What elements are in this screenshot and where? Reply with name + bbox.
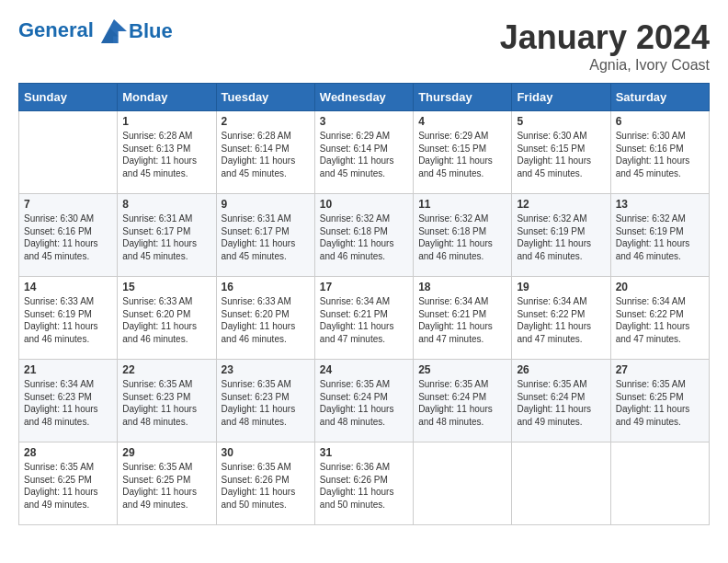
- day-info: Sunrise: 6:33 AMSunset: 6:20 PMDaylight:…: [222, 295, 310, 345]
- day-info: Sunrise: 6:34 AMSunset: 6:21 PMDaylight:…: [418, 295, 506, 345]
- calendar-cell: 26 Sunrise: 6:35 AMSunset: 6:24 PMDaylig…: [512, 360, 610, 442]
- day-number: 24: [320, 363, 408, 376]
- day-number: 20: [616, 281, 704, 293]
- calendar-cell: [610, 442, 709, 525]
- calendar-cell: 8 Sunrise: 6:31 AMSunset: 6:17 PMDayligh…: [118, 194, 216, 277]
- weekday-header-monday: Monday: [118, 84, 216, 111]
- day-info: Sunrise: 6:35 AMSunset: 6:25 PMDaylight:…: [616, 378, 704, 428]
- calendar-week-row: 14 Sunrise: 6:33 AMSunset: 6:19 PMDaylig…: [19, 277, 710, 360]
- day-info: Sunrise: 6:35 AMSunset: 6:23 PMDaylight:…: [122, 378, 210, 428]
- weekday-header-friday: Friday: [512, 84, 610, 111]
- day-number: 26: [517, 363, 605, 376]
- day-number: 7: [24, 198, 112, 211]
- day-info: Sunrise: 6:34 AMSunset: 6:21 PMDaylight:…: [320, 295, 408, 345]
- day-info: Sunrise: 6:35 AMSunset: 6:25 PMDaylight:…: [24, 461, 112, 511]
- logo-text-general: General: [18, 18, 94, 41]
- day-info: Sunrise: 6:35 AMSunset: 6:23 PMDaylight:…: [222, 378, 310, 428]
- day-number: 5: [517, 115, 605, 128]
- calendar-cell: 18 Sunrise: 6:34 AMSunset: 6:21 PMDaylig…: [414, 277, 512, 360]
- day-info: Sunrise: 6:31 AMSunset: 6:17 PMDaylight:…: [122, 213, 210, 262]
- day-number: 8: [122, 198, 210, 211]
- day-number: 30: [222, 446, 310, 459]
- day-info: Sunrise: 6:33 AMSunset: 6:20 PMDaylight:…: [122, 295, 210, 345]
- day-number: 31: [320, 446, 408, 459]
- weekday-header-sunday: Sunday: [19, 84, 118, 111]
- calendar-cell: 20 Sunrise: 6:34 AMSunset: 6:22 PMDaylig…: [610, 277, 709, 360]
- logo-icon: [101, 18, 127, 44]
- day-info: Sunrise: 6:35 AMSunset: 6:24 PMDaylight:…: [418, 378, 506, 428]
- calendar-week-row: 21 Sunrise: 6:34 AMSunset: 6:23 PMDaylig…: [19, 360, 710, 442]
- calendar-cell: 23 Sunrise: 6:35 AMSunset: 6:23 PMDaylig…: [216, 360, 314, 442]
- weekday-header-saturday: Saturday: [610, 84, 709, 111]
- logo: General Blue: [18, 18, 173, 44]
- day-info: Sunrise: 6:33 AMSunset: 6:19 PMDaylight:…: [24, 295, 112, 345]
- calendar-cell: 11 Sunrise: 6:32 AMSunset: 6:18 PMDaylig…: [414, 194, 512, 277]
- day-info: Sunrise: 6:32 AMSunset: 6:18 PMDaylight:…: [320, 213, 408, 262]
- calendar-table: SundayMondayTuesdayWednesdayThursdayFrid…: [18, 83, 710, 525]
- calendar-cell: 7 Sunrise: 6:30 AMSunset: 6:16 PMDayligh…: [19, 194, 118, 277]
- day-number: 6: [616, 115, 704, 128]
- day-info: Sunrise: 6:32 AMSunset: 6:18 PMDaylight:…: [418, 213, 506, 262]
- calendar-cell: 30 Sunrise: 6:35 AMSunset: 6:26 PMDaylig…: [216, 442, 314, 525]
- calendar-cell: 10 Sunrise: 6:32 AMSunset: 6:18 PMDaylig…: [314, 194, 413, 277]
- calendar-cell: 21 Sunrise: 6:34 AMSunset: 6:23 PMDaylig…: [19, 360, 118, 442]
- day-info: Sunrise: 6:34 AMSunset: 6:23 PMDaylight:…: [24, 378, 112, 428]
- calendar-cell: 9 Sunrise: 6:31 AMSunset: 6:17 PMDayligh…: [216, 194, 314, 277]
- day-info: Sunrise: 6:36 AMSunset: 6:26 PMDaylight:…: [320, 461, 408, 511]
- weekday-header-thursday: Thursday: [414, 84, 512, 111]
- day-info: Sunrise: 6:30 AMSunset: 6:15 PMDaylight:…: [517, 130, 605, 179]
- day-number: 19: [517, 281, 605, 293]
- calendar-week-row: 7 Sunrise: 6:30 AMSunset: 6:16 PMDayligh…: [19, 194, 710, 277]
- calendar-week-row: 28 Sunrise: 6:35 AMSunset: 6:25 PMDaylig…: [19, 442, 710, 525]
- calendar-cell: 12 Sunrise: 6:32 AMSunset: 6:19 PMDaylig…: [512, 194, 610, 277]
- calendar-cell: 17 Sunrise: 6:34 AMSunset: 6:21 PMDaylig…: [314, 277, 413, 360]
- calendar-cell: 15 Sunrise: 6:33 AMSunset: 6:20 PMDaylig…: [118, 277, 216, 360]
- day-info: Sunrise: 6:29 AMSunset: 6:15 PMDaylight:…: [418, 130, 506, 179]
- day-number: 9: [222, 198, 310, 211]
- day-number: 11: [418, 198, 506, 211]
- calendar-cell: 6 Sunrise: 6:30 AMSunset: 6:16 PMDayligh…: [610, 111, 709, 194]
- calendar-cell: 1 Sunrise: 6:28 AMSunset: 6:13 PMDayligh…: [118, 111, 216, 194]
- month-title: January 2024: [500, 18, 710, 57]
- calendar-cell: 22 Sunrise: 6:35 AMSunset: 6:23 PMDaylig…: [118, 360, 216, 442]
- day-number: 28: [24, 446, 112, 459]
- day-info: Sunrise: 6:32 AMSunset: 6:19 PMDaylight:…: [616, 213, 704, 262]
- day-info: Sunrise: 6:35 AMSunset: 6:26 PMDaylight:…: [222, 461, 310, 511]
- calendar-cell: 29 Sunrise: 6:35 AMSunset: 6:25 PMDaylig…: [118, 442, 216, 525]
- logo-text-blue: Blue: [129, 19, 173, 43]
- day-number: 29: [122, 446, 210, 459]
- day-number: 14: [24, 281, 112, 293]
- day-number: 25: [418, 363, 506, 376]
- weekday-header-wednesday: Wednesday: [314, 84, 413, 111]
- day-info: Sunrise: 6:30 AMSunset: 6:16 PMDaylight:…: [24, 213, 112, 262]
- calendar-cell: 27 Sunrise: 6:35 AMSunset: 6:25 PMDaylig…: [610, 360, 709, 442]
- day-info: Sunrise: 6:34 AMSunset: 6:22 PMDaylight:…: [616, 295, 704, 345]
- day-info: Sunrise: 6:35 AMSunset: 6:25 PMDaylight:…: [122, 461, 210, 511]
- location-title: Agnia, Ivory Coast: [500, 57, 710, 74]
- page-header: General Blue January 2024 Agnia, Ivory C…: [18, 18, 710, 74]
- calendar-cell: 16 Sunrise: 6:33 AMSunset: 6:20 PMDaylig…: [216, 277, 314, 360]
- day-number: 18: [418, 281, 506, 293]
- day-number: 16: [222, 281, 310, 293]
- day-number: 12: [517, 198, 605, 211]
- day-number: 17: [320, 281, 408, 293]
- calendar-cell: 14 Sunrise: 6:33 AMSunset: 6:19 PMDaylig…: [19, 277, 118, 360]
- day-number: 10: [320, 198, 408, 211]
- calendar-cell: [19, 111, 118, 194]
- day-info: Sunrise: 6:35 AMSunset: 6:24 PMDaylight:…: [320, 378, 408, 428]
- calendar-header-row: SundayMondayTuesdayWednesdayThursdayFrid…: [19, 84, 710, 111]
- calendar-cell: [512, 442, 610, 525]
- calendar-cell: 3 Sunrise: 6:29 AMSunset: 6:14 PMDayligh…: [314, 111, 413, 194]
- calendar-cell: [414, 442, 512, 525]
- title-section: January 2024 Agnia, Ivory Coast: [500, 18, 710, 74]
- calendar-cell: 2 Sunrise: 6:28 AMSunset: 6:14 PMDayligh…: [216, 111, 314, 194]
- day-number: 22: [122, 363, 210, 376]
- day-number: 23: [222, 363, 310, 376]
- calendar-cell: 31 Sunrise: 6:36 AMSunset: 6:26 PMDaylig…: [314, 442, 413, 525]
- day-number: 2: [222, 115, 310, 128]
- day-info: Sunrise: 6:31 AMSunset: 6:17 PMDaylight:…: [222, 213, 310, 262]
- day-number: 27: [616, 363, 704, 376]
- calendar-week-row: 1 Sunrise: 6:28 AMSunset: 6:13 PMDayligh…: [19, 111, 710, 194]
- weekday-header-tuesday: Tuesday: [216, 84, 314, 111]
- day-number: 3: [320, 115, 408, 128]
